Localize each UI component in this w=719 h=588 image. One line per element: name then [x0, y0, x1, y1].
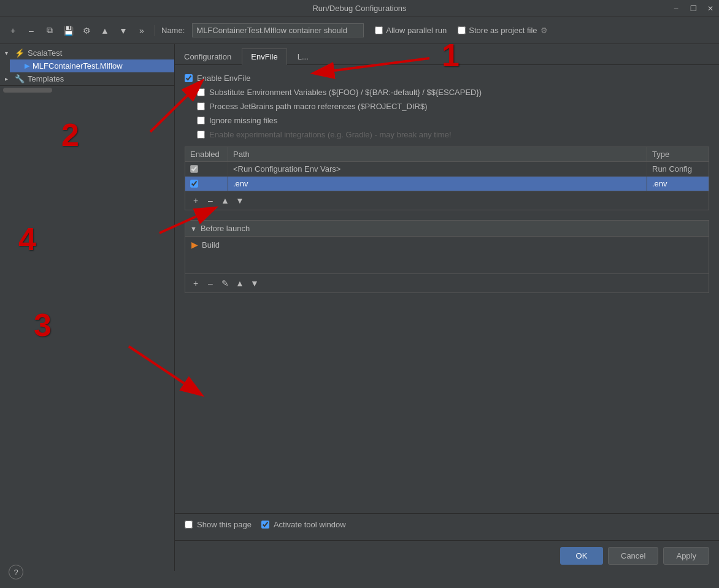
process-macros-row: Process JetBrains path macro references … — [197, 102, 709, 111]
before-launch-section: ▼ Before launch ▶ Build + – ✎ ▲ — [185, 220, 709, 293]
header-enabled: Enabled — [185, 147, 228, 161]
show-page-row: Show this page — [185, 520, 252, 529]
sidebar-scrollbar[interactable] — [3, 88, 52, 93]
before-launch-build-item[interactable]: ▶ Build — [185, 237, 709, 253]
show-page-label[interactable]: Show this page — [197, 520, 252, 529]
before-launch-label: Before launch — [201, 224, 250, 233]
env-table-toolbar: + – ▲ ▼ — [185, 191, 709, 210]
row2-path: .env — [228, 177, 647, 191]
add-config-button[interactable]: + — [6, 24, 20, 37]
title-bar: Run/Debug Configurations – ❐ ✕ — [0, 0, 719, 17]
sidebar-item-mlfcontainer[interactable]: ▸ ▶ MLFContainerTest.Mlflow — [10, 59, 174, 72]
ignore-missing-label[interactable]: Ignore missing files — [209, 116, 277, 125]
remove-config-button[interactable]: – — [25, 24, 38, 37]
cancel-button[interactable]: Cancel — [608, 547, 658, 565]
up-before-launch-button[interactable]: ▲ — [233, 277, 247, 290]
tab-envfile-label: EnvFile — [251, 52, 277, 61]
settings-button[interactable]: ⚙ — [80, 24, 93, 37]
mlfcontainer-label: MLFContainerTest.Mlflow — [33, 61, 123, 71]
tab-configuration-label: Configuration — [184, 52, 231, 61]
row2-enabled — [185, 177, 228, 191]
scalatest-label: ScalaTest — [28, 48, 62, 58]
experimental-checkbox[interactable] — [197, 131, 205, 139]
apply-button[interactable]: Apply — [663, 547, 709, 565]
store-project-label[interactable]: Store as project file — [469, 26, 537, 35]
process-macros-checkbox[interactable] — [197, 102, 205, 110]
row1-type: Run Config — [647, 162, 709, 176]
scalatest-child-icon: ▶ — [25, 62, 29, 70]
more-button[interactable]: » — [135, 24, 148, 37]
sidebar-item-scalatest[interactable]: ▾ ⚡ ScalaTest — [0, 47, 174, 59]
experimental-row: Enable experimental integrations (e.g. G… — [197, 130, 709, 139]
enable-envfile-checkbox[interactable] — [185, 74, 193, 82]
row2-type: .env — [647, 177, 709, 191]
edit-before-launch-button[interactable]: ✎ — [218, 277, 232, 290]
substitute-vars-label[interactable]: Substitute Environment Variables (${FOO}… — [209, 88, 482, 97]
move-env-up-button[interactable]: ▲ — [218, 194, 232, 207]
table-row[interactable]: .env .env — [185, 177, 709, 191]
show-page-checkbox[interactable] — [185, 521, 193, 529]
help-icon: ? — [13, 568, 18, 577]
down-before-launch-button[interactable]: ▼ — [248, 277, 261, 290]
ignore-missing-row: Ignore missing files — [197, 116, 709, 125]
envfile-options: Substitute Environment Variables (${FOO}… — [185, 88, 709, 139]
expand-arrow-templates: ▸ — [5, 75, 12, 82]
activate-window-checkbox[interactable] — [261, 521, 269, 529]
row1-enabled — [185, 162, 228, 176]
scalatest-icon: ⚡ — [15, 48, 25, 58]
restore-button[interactable]: ❐ — [685, 0, 702, 17]
add-before-launch-button[interactable]: + — [189, 277, 202, 290]
table-row[interactable]: <Run Configuration Env Vars> Run Config — [185, 162, 709, 177]
tab-envfile[interactable]: EnvFile — [242, 48, 286, 65]
main-container: Run/Debug Configurations – ❐ ✕ + – ⧉ 💾 ⚙… — [0, 0, 719, 571]
right-panel: Configuration EnvFile L... Enable EnvFil… — [175, 44, 719, 571]
allow-parallel-container: Allow parallel run — [375, 26, 447, 35]
enable-envfile-label[interactable]: Enable EnvFile — [197, 74, 250, 83]
process-macros-label[interactable]: Process JetBrains path macro references … — [209, 102, 427, 111]
content-area: ▾ ⚡ ScalaTest ▸ ▶ MLFContainerTest.Mlflo… — [0, 44, 719, 571]
before-launch-header[interactable]: ▼ Before launch — [185, 221, 709, 237]
substitute-vars-checkbox[interactable] — [197, 88, 205, 96]
store-project-checkbox[interactable] — [458, 26, 466, 34]
config-name-input[interactable] — [192, 23, 364, 37]
enable-envfile-row: Enable EnvFile — [185, 74, 709, 83]
name-label: Name: — [161, 26, 185, 35]
allow-parallel-checkbox[interactable] — [375, 26, 383, 34]
remove-env-button[interactable]: – — [204, 194, 217, 207]
tab-configuration[interactable]: Configuration — [175, 48, 240, 65]
env-table-body: <Run Configuration Env Vars> Run Config … — [185, 162, 709, 191]
top-toolbar: + – ⧉ 💾 ⚙ ▲ ▼ » Name: Allow parallel run… — [0, 17, 719, 44]
build-label: Build — [202, 240, 220, 250]
row2-enabled-checkbox[interactable] — [190, 180, 198, 188]
window-title: Run/Debug Configurations — [312, 4, 406, 13]
activate-window-label[interactable]: Activate tool window — [274, 520, 346, 529]
tab-logs[interactable]: L... — [288, 48, 318, 65]
ignore-missing-checkbox[interactable] — [197, 116, 205, 124]
close-button[interactable]: ✕ — [702, 0, 719, 17]
templates-label: Templates — [28, 74, 64, 83]
store-project-container: Store as project file ⚙ — [458, 26, 547, 35]
activate-window-row: Activate tool window — [261, 520, 346, 529]
move-up-button[interactable]: ▲ — [98, 24, 112, 37]
move-env-down-button[interactable]: ▼ — [233, 194, 247, 207]
dialog-buttons: OK Cancel Apply — [175, 540, 719, 571]
add-env-button[interactable]: + — [189, 194, 202, 207]
sidebar: ▾ ⚡ ScalaTest ▸ ▶ MLFContainerTest.Mlflo… — [0, 44, 175, 571]
header-type: Type — [647, 147, 709, 161]
allow-parallel-label[interactable]: Allow parallel run — [386, 26, 447, 35]
bottom-options: Show this page Activate tool window — [175, 513, 719, 540]
sidebar-item-templates[interactable]: ▸ 🔧 Templates — [0, 72, 174, 85]
substitute-vars-row: Substitute Environment Variables (${FOO}… — [197, 88, 709, 97]
help-button[interactable]: ? — [9, 565, 23, 579]
minimize-button[interactable]: – — [667, 0, 685, 17]
move-down-button[interactable]: ▼ — [117, 24, 130, 37]
ok-button[interactable]: OK — [560, 547, 603, 565]
sidebar-bottom — [0, 85, 174, 94]
toolbar-separator — [155, 25, 155, 36]
copy-config-button[interactable]: ⧉ — [43, 24, 56, 37]
save-config-button[interactable]: 💾 — [61, 24, 75, 37]
remove-before-launch-button[interactable]: – — [204, 277, 217, 290]
settings-gear-icon[interactable]: ⚙ — [540, 26, 548, 35]
experimental-label[interactable]: Enable experimental integrations (e.g. G… — [209, 130, 452, 139]
row1-enabled-checkbox[interactable] — [190, 165, 198, 173]
